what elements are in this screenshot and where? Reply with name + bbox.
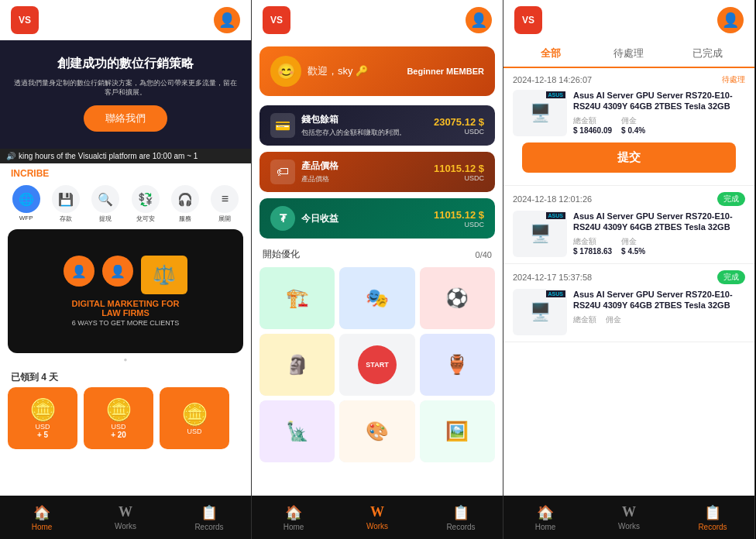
server-icon-1: 🖥️ — [530, 103, 551, 123]
total-label-3: 總金額 — [573, 314, 596, 325]
welcome-text: 歡迎，sky 🔑 — [308, 64, 368, 78]
order-tabs: 全部 待處理 已完成 — [503, 40, 754, 68]
countdown-label: 已領到 4 天 — [0, 366, 251, 387]
server-icon-3: 🖥️ — [530, 302, 551, 322]
withdraw-label: 提現 — [99, 215, 112, 223]
promo-inner: 👤 👤 ⚖️ DIGITAL MARKETING FORLAW FIRMS 6 … — [56, 248, 195, 335]
incribe-label: INCRIBE — [0, 163, 251, 182]
product-thumb-9[interactable]: 🖼️ — [420, 400, 495, 462]
wallet-sub: 包括您存入的金額和賺取的利潤。 — [301, 128, 406, 138]
asus-label-3: ASUS — [546, 290, 565, 297]
icon-withdraw[interactable]: 🔍 提現 — [88, 185, 124, 223]
thumb-img-9: 🖼️ — [420, 400, 495, 462]
thumb-img-6: 🏺 — [420, 334, 495, 396]
order-time-1: 2024-12-18 14:26:07 — [513, 75, 592, 84]
product-thumb-4[interactable]: 🗿 — [259, 334, 335, 396]
nav-records-1[interactable]: 📋 Records — [168, 504, 251, 531]
nav-records-2[interactable]: 📋 Records — [420, 504, 503, 531]
avatar-2[interactable]: 👤 — [466, 7, 492, 33]
product-sub: 產品價格 — [301, 174, 338, 184]
nav-records-label-1: Records — [194, 523, 223, 531]
ticker-text: king hours of the Visualcti platform are… — [19, 152, 198, 160]
nav-works-label-3: Works — [618, 522, 640, 530]
works-icon-2: W — [370, 504, 384, 520]
today-title: 今日收益 — [301, 212, 338, 225]
order-prices-2: 總金額 $ 17818.63 佣金 $ 4.5% — [573, 236, 745, 256]
coin-card-2: 🪙 USD + 20 — [84, 387, 153, 449]
nav-home-3[interactable]: 🏠 Home — [504, 504, 587, 531]
optimize-bar: 開始優化 0/40 — [252, 242, 503, 264]
today-left: ₮ 今日收益 — [270, 206, 338, 231]
order-status-1: 待處理 — [722, 74, 745, 85]
nav-works-3[interactable]: W Works — [588, 504, 671, 530]
order-info-2: Asus AI Server GPU Server RS720-E10-RS24… — [573, 211, 745, 256]
tab-done[interactable]: 已完成 — [668, 40, 747, 67]
icon-service[interactable]: 🎧 服務 — [167, 185, 203, 223]
wallet-info: 錢包餘箱 包括您存入的金額和賺取的利潤。 — [301, 113, 406, 138]
home-icon-2: 🏠 — [285, 504, 302, 521]
nav-home-1[interactable]: 🏠 Home — [1, 504, 84, 531]
price-col-commission-2: 佣金 $ 4.5% — [621, 236, 645, 256]
exchange-label: 兌可安 — [136, 215, 155, 223]
tab-all[interactable]: 全部 — [511, 40, 589, 68]
icon-more[interactable]: ≡ 展開 — [207, 185, 243, 223]
product-thumb-3[interactable]: ⚽ — [420, 267, 495, 329]
panel-3: VS 👤 全部 待處理 已完成 2024-12-18 14:26:07 待處理 … — [503, 0, 755, 539]
avatar-3[interactable]: 👤 — [717, 7, 744, 33]
order-item-3: 2024-12-17 15:37:58 完成 🖥️ ASUS Asus AI S… — [503, 264, 754, 342]
product-thumb-start[interactable]: START — [339, 334, 414, 396]
product-thumb-6[interactable]: 🏺 — [420, 334, 495, 396]
commission-value-1: $ 0.4% — [621, 126, 645, 135]
logo-2: VS — [263, 6, 290, 34]
coin-label-1: USD — [35, 423, 50, 431]
icon-wfp[interactable]: 🌐 WFP — [8, 185, 44, 223]
bottom-nav-3: 🏠 Home W Works 📋 Records — [503, 496, 754, 539]
wfp-icon: 🌐 — [12, 185, 40, 213]
promo-banner: 👤 👤 ⚖️ DIGITAL MARKETING FORLAW FIRMS 6 … — [8, 229, 243, 353]
avatar-1[interactable]: 👤 — [214, 7, 240, 33]
thumb-img-7: 🗽 — [259, 400, 335, 462]
wallet-amount: 23075.12 $ — [434, 116, 484, 128]
submit-button-1[interactable]: 提交 — [522, 142, 736, 173]
wallet-right: 23075.12 $ USDC — [434, 116, 484, 136]
product-price-card: 🏷 產品價格 產品價格 11015.12 $ USDC — [259, 152, 495, 192]
nav-home-2[interactable]: 🏠 Home — [253, 504, 335, 531]
icon-exchange[interactable]: 💱 兌可安 — [127, 185, 163, 223]
nav-records-3[interactable]: 📋 Records — [672, 504, 754, 531]
total-value-1: $ 18460.09 — [573, 126, 612, 135]
product-thumb-8[interactable]: 🎨 — [339, 400, 414, 462]
coin-label-3: USD — [187, 427, 201, 435]
icon-save[interactable]: 💾 存款 — [47, 185, 84, 223]
product-thumb-1[interactable]: 🏗️ — [259, 267, 335, 329]
nav-home-label-1: Home — [32, 523, 53, 531]
today-earnings-card: ₮ 今日收益 11015.12 $ USDC — [259, 198, 495, 239]
home-icon-3: 🏠 — [537, 504, 554, 521]
service-label: 服務 — [179, 215, 191, 223]
nav-works-2[interactable]: W Works — [336, 504, 419, 530]
wallet-title: 錢包餘箱 — [301, 113, 406, 126]
tab-pending[interactable]: 待處理 — [589, 40, 668, 67]
product-currency: USDC — [434, 174, 484, 182]
commission-label-3: 佣金 — [606, 314, 621, 325]
start-button[interactable]: START — [358, 345, 397, 384]
product-img-2: 🖥️ ASUS — [513, 211, 567, 257]
coin-symbol-2: 🪙 — [105, 397, 132, 423]
coin-symbol-1: 🪙 — [29, 397, 57, 423]
tether-icon: ₮ — [270, 206, 295, 231]
nav-works-1[interactable]: W Works — [84, 504, 167, 530]
order-status-3: 完成 — [717, 270, 745, 284]
product-thumb-7[interactable]: 🗽 — [259, 400, 335, 462]
product-icon: 🏷 — [270, 160, 295, 184]
product-amount: 11015.12 $ — [434, 163, 484, 174]
hero-desc: 透過我們量身定制的數位行銷解決方案，為您的公司帶來更多流量，留在客戶和擴展。 — [12, 78, 239, 98]
wallet-icon: 💳 — [270, 113, 295, 138]
product-thumb-2[interactable]: 🎭 — [339, 267, 414, 329]
bottom-nav-1: 🏠 Home W Works 📋 Records — [0, 496, 251, 539]
coin-card-3: 🪙 USD — [160, 387, 229, 449]
panel-1: VS 👤 創建成功的數位行銷策略 透過我們量身定制的數位行銷解決方案，為您的公司… — [0, 0, 252, 539]
more-label: 展開 — [218, 215, 231, 223]
nav-home-label-3: Home — [535, 523, 556, 531]
contact-button[interactable]: 聯絡我們 — [84, 105, 167, 132]
order-meta-2: 2024-12-18 12:01:26 完成 — [513, 192, 745, 206]
commission-label-2: 佣金 — [621, 236, 645, 247]
